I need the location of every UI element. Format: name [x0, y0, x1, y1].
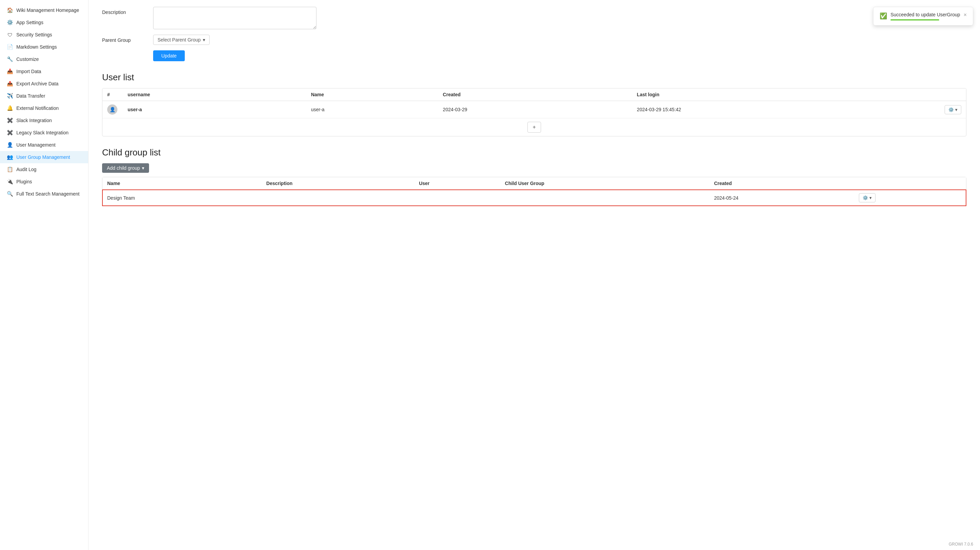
sidebar-item-label-external-notification: External Notification [16, 105, 59, 111]
markdown-settings-icon: 📄 [7, 44, 13, 50]
toast-progress-bar [891, 19, 939, 21]
child-gear-button[interactable]: ⚙️ ▾ [859, 193, 875, 202]
sidebar-item-security-settings[interactable]: 🛡 Security Settings [0, 29, 88, 41]
sidebar-item-plugins[interactable]: 🔌 Plugins [0, 175, 88, 188]
sidebar-item-wiki-management[interactable]: 🏠 Wiki Management Homepage [0, 4, 88, 16]
table-row: Design Team2024-05-24⚙️ ▾ [102, 190, 966, 206]
sidebar-item-app-settings[interactable]: ⚙️ App Settings [0, 16, 88, 29]
footer: GROWI 7.0.6 [949, 542, 973, 547]
sidebar-item-slack-integration[interactable]: ✖️ Slack Integration [0, 114, 88, 127]
slack-integration-icon: ✖️ [7, 118, 13, 124]
sidebar-item-label-wiki-management: Wiki Management Homepage [16, 8, 79, 13]
user-col-last-login: Last login [632, 89, 940, 101]
sidebar-item-full-text-search[interactable]: 🔍 Full Text Search Management [0, 188, 88, 200]
description-label: Description [102, 7, 146, 15]
legacy-slack-integration-icon: ✖️ [7, 130, 13, 136]
user-col-username: username [123, 89, 306, 101]
user-col-name: Name [306, 89, 438, 101]
export-archive-data-icon: 📤 [7, 81, 13, 87]
add-user-row: + [102, 118, 966, 137]
description-input[interactable] [153, 7, 317, 29]
user-actions-cell: ⚙️ ▾ [940, 101, 966, 118]
sidebar-item-label-markdown-settings: Markdown Settings [16, 44, 57, 50]
user-col-created: Created [438, 89, 632, 101]
last-login-cell: 2024-03-29 15:45:42 [632, 101, 940, 118]
chevron-down-icon: ▾ [203, 37, 205, 43]
user-list-table: #usernameNameCreatedLast login 👤user-aus… [102, 89, 966, 136]
security-settings-icon: 🛡 [7, 32, 13, 38]
success-icon: ✅ [880, 12, 887, 20]
app-settings-icon: ⚙️ [7, 19, 13, 25]
wiki-management-icon: 🏠 [7, 7, 13, 13]
sidebar-item-label-user-management: User Management [16, 142, 56, 148]
select-parent-group-label: Select Parent Group [158, 37, 201, 43]
parent-group-form-group: Parent Group Select Parent Group ▾ [102, 35, 966, 45]
sidebar-item-customize[interactable]: 🔧 Customize [0, 53, 88, 65]
username-cell: user-a [123, 101, 306, 118]
toast-message: Succeeded to update UserGroup [891, 12, 960, 17]
sidebar-item-user-group-management[interactable]: 👥 User Group Management [0, 151, 88, 163]
sidebar-item-user-management[interactable]: 👤 User Management [0, 139, 88, 151]
child-group-list-title: Child group list [102, 147, 966, 158]
child-col-name: Name [102, 177, 262, 190]
name-cell: Design Team [102, 190, 262, 206]
parent-group-label: Parent Group [102, 35, 146, 43]
user-list-table-wrapper: #usernameNameCreatedLast login 👤user-aus… [102, 88, 966, 137]
sidebar-item-label-export-archive-data: Export Archive Data [16, 81, 59, 86]
sidebar-item-export-archive-data[interactable]: 📤 Export Archive Data [0, 78, 88, 90]
child-col-description: Description [262, 177, 414, 190]
child-group-controls: Add child group ▾ [102, 163, 966, 173]
sidebar-item-label-data-transfer: Data Transfer [16, 93, 45, 99]
name-cell: user-a [306, 101, 438, 118]
sidebar-item-label-customize: Customize [16, 56, 39, 62]
created-cell: 2024-05-24 [709, 190, 854, 206]
sidebar-item-label-legacy-slack-integration: Legacy Slack Integration [16, 130, 68, 135]
child-col-child-user-group: Child User Group [500, 177, 710, 190]
toast-notification: ✅ Succeeded to update UserGroup × [873, 7, 973, 25]
sidebar-item-external-notification[interactable]: 🔔 External Notification [0, 102, 88, 114]
sidebar-item-label-plugins: Plugins [16, 179, 32, 184]
child-user-group-cell [500, 190, 710, 206]
full-text-search-icon: 🔍 [7, 191, 13, 197]
sidebar-item-label-slack-integration: Slack Integration [16, 118, 52, 123]
add-child-group-label: Add child group [107, 165, 140, 171]
add-child-group-button[interactable]: Add child group ▾ [102, 163, 149, 173]
child-actions-cell: ⚙️ ▾ [854, 190, 966, 206]
user-list-title: User list [102, 72, 966, 83]
chevron-down: ▾ [955, 107, 958, 112]
chevron-down-icon-2: ▾ [142, 165, 144, 171]
sidebar-item-import-data[interactable]: 📥 Import Data [0, 65, 88, 78]
sidebar: 🏠 Wiki Management Homepage ⚙️ App Settin… [0, 0, 89, 550]
description-form-group: Description [102, 7, 966, 29]
child-col-user: User [414, 177, 500, 190]
description-cell [262, 190, 414, 206]
user-avatar-cell: 👤 [102, 101, 123, 118]
chevron-down-3: ▾ [869, 195, 872, 200]
add-user-button[interactable]: + [527, 122, 541, 133]
child-col-actions [854, 177, 966, 190]
update-button[interactable]: Update [153, 50, 185, 61]
audit-log-icon: 📋 [7, 166, 13, 172]
data-transfer-icon: ✈️ [7, 93, 13, 99]
sidebar-item-data-transfer[interactable]: ✈️ Data Transfer [0, 90, 88, 102]
sidebar-item-audit-log[interactable]: 📋 Audit Log [0, 163, 88, 175]
sidebar-item-label-security-settings: Security Settings [16, 32, 52, 37]
toast-close-button[interactable]: × [964, 12, 967, 18]
sidebar-item-label-app-settings: App Settings [16, 20, 43, 25]
sidebar-item-legacy-slack-integration[interactable]: ✖️ Legacy Slack Integration [0, 127, 88, 139]
sidebar-item-label-user-group-management: User Group Management [16, 154, 70, 160]
sidebar-item-label-import-data: Import Data [16, 69, 41, 74]
avatar: 👤 [107, 105, 118, 114]
customize-icon: 🔧 [7, 56, 13, 62]
main-content: Description Parent Group Select Parent G… [89, 0, 980, 550]
import-data-icon: 📥 [7, 68, 13, 75]
user-col-#: # [102, 89, 123, 101]
user-col-actions [940, 89, 966, 101]
select-parent-group-button[interactable]: Select Parent Group ▾ [153, 35, 210, 45]
sidebar-item-label-audit-log: Audit Log [16, 167, 37, 172]
sidebar-item-label-full-text-search: Full Text Search Management [16, 191, 80, 197]
sidebar-item-markdown-settings[interactable]: 📄 Markdown Settings [0, 41, 88, 53]
version-label: GROWI 7.0.6 [949, 542, 973, 547]
table-row: 👤user-auser-a2024-03-292024-03-29 15:45:… [102, 101, 966, 118]
user-gear-button[interactable]: ⚙️ ▾ [945, 105, 961, 114]
